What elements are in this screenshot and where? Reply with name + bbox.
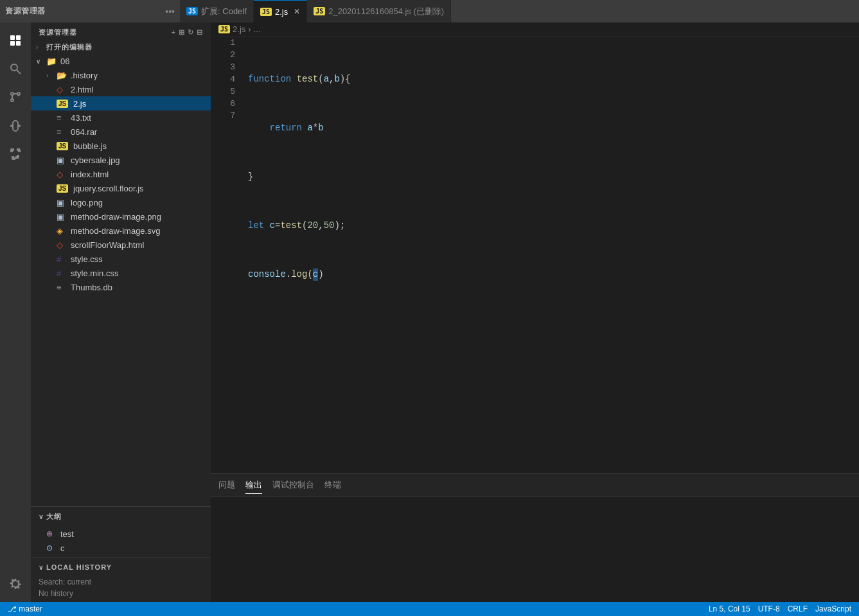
stylecss-icon: #: [57, 254, 68, 264]
kw-let: let: [248, 220, 264, 232]
file-cybersale[interactable]: ▣ cybersale.jpg: [31, 153, 211, 167]
file-43txt[interactable]: ≡ 43.txt: [31, 110, 211, 125]
file-history[interactable]: › 📂 .history: [31, 68, 211, 82]
new-folder-icon[interactable]: ⊞: [179, 28, 185, 37]
file-methodpng[interactable]: ▣ method-draw-image.png: [31, 209, 211, 224]
svg-rect-1: [16, 35, 21, 40]
indexhtml-label: index.html: [71, 170, 211, 179]
open-editors-label: 打开的编辑器: [46, 42, 93, 52]
var-a: a: [307, 122, 312, 134]
explorer-header[interactable]: 资源管理器 + ⊞ ↻ ⊟: [31, 22, 211, 40]
line-num-5: 5: [211, 85, 235, 98]
fn-test2: test: [280, 220, 302, 232]
tab-ext-codef[interactable]: JS 扩展: Codelf: [180, 0, 254, 22]
local-history-header[interactable]: ∨ LOCAL HISTORY: [31, 558, 211, 574]
activity-search[interactable]: [3, 56, 28, 82]
code-content[interactable]: function test ( a , b ){ return a *: [243, 37, 859, 473]
outline-test-label: test: [60, 529, 211, 539]
file-jqueryjs[interactable]: JS jquery.scroll.floor.js: [31, 181, 211, 195]
local-history-content: Search: current No history: [31, 574, 211, 602]
file-tree: ∨ 📁 06 › 📂 .history ◇ 2.html: [31, 54, 211, 506]
file-2js[interactable]: JS 2.js: [31, 96, 211, 110]
file-stylecss[interactable]: # style.css: [31, 252, 211, 266]
file-methodsvg[interactable]: ◈ method-draw-image.svg: [31, 224, 211, 238]
stylecss-label: style.css: [71, 254, 211, 264]
history-icon: 📂: [57, 71, 68, 80]
more-icon[interactable]: •••: [165, 6, 175, 17]
stylemincss-label: style.min.css: [71, 268, 211, 278]
language-mode[interactable]: JavaScript: [815, 604, 851, 613]
tab-2js-deleted[interactable]: JS 2_20201126160854.js (已删除): [307, 0, 451, 22]
encoding[interactable]: UTF-8: [758, 604, 780, 613]
line-num-4: 4: [211, 73, 235, 85]
git-branch[interactable]: ⎇ master: [8, 604, 42, 613]
indexhtml-icon: ◇: [57, 170, 68, 179]
outline-test-icon: ⊛: [46, 529, 58, 538]
panel-tab-debug[interactable]: 调试控制台: [272, 477, 314, 494]
panel-tab-output[interactable]: 输出: [245, 477, 262, 494]
file-indexhtml[interactable]: ◇ index.html: [31, 167, 211, 181]
jqueryjs-label: jquery.scroll.floor.js: [73, 184, 211, 193]
code-editor[interactable]: 1 2 3 4 5 6 7 function test ( a , b ){: [211, 37, 859, 473]
open-editors-header[interactable]: › 打开的编辑器: [31, 40, 211, 54]
line-num-2: 2: [211, 49, 235, 61]
refresh-icon[interactable]: ↻: [188, 28, 194, 37]
outline-label: 大纲: [46, 512, 62, 522]
line-num-3: 3: [211, 61, 235, 73]
outline-header[interactable]: ∨ 大纲: [31, 507, 211, 524]
file-scrollhtml[interactable]: ◇ scrollFloorWap.html: [31, 238, 211, 252]
thumbsdb-label: Thumbs.db: [71, 283, 211, 292]
folder-06[interactable]: ∨ 📁 06: [31, 54, 211, 68]
file-logopng[interactable]: ▣ logo.png: [31, 195, 211, 209]
activity-extensions[interactable]: [3, 141, 28, 166]
activity-explorer[interactable]: [3, 28, 28, 53]
outline-c[interactable]: ⊙ c: [31, 541, 211, 555]
collapse-all-icon[interactable]: ⊟: [197, 28, 203, 37]
file-bubblejs[interactable]: JS bubble.js: [31, 139, 211, 153]
activity-git[interactable]: [3, 84, 28, 110]
panel-tab-terminal[interactable]: 终端: [324, 477, 341, 494]
line-ending[interactable]: CRLF: [788, 604, 808, 613]
tab-label-ext-codef: 扩展: Codelf: [201, 6, 247, 17]
outline-content: ⊛ test ⊙ c: [31, 524, 211, 558]
activity-debug[interactable]: [3, 112, 28, 138]
tab-icon-deleted: JS: [314, 7, 325, 15]
file-stylemincss[interactable]: # style.min.css: [31, 266, 211, 280]
code-line-2: return a * b: [248, 122, 859, 134]
2js-label: 2.js: [73, 99, 211, 109]
bubblejs-label: bubble.js: [73, 141, 211, 151]
file-064rar[interactable]: ≡ 064.rar: [31, 125, 211, 139]
activity-settings[interactable]: [3, 571, 28, 597]
jqueryjs-icon: JS: [57, 184, 68, 193]
cybersale-label: cybersale.jpg: [71, 155, 211, 165]
var-b: b: [318, 122, 323, 134]
selected-c: c: [313, 268, 318, 281]
tab-2js[interactable]: JS 2.js ✕: [254, 0, 307, 22]
title-bar: 资源管理器 ••• JS 扩展: Codelf JS 2.js ✕ JS 2_2…: [0, 0, 859, 22]
panel-tab-problems[interactable]: 问题: [218, 477, 235, 494]
outline-test[interactable]: ⊛ test: [31, 527, 211, 541]
tab-close-2js[interactable]: ✕: [294, 7, 300, 16]
stylemincss-icon: #: [57, 268, 68, 278]
file-2html[interactable]: ◇ 2.html: [31, 82, 211, 96]
tab-icon-2js: JS: [260, 8, 272, 16]
panel-area: 问题 输出 调试控制台 终端: [211, 473, 859, 602]
methodpng-icon: ▣: [57, 212, 68, 222]
no-history: No history: [39, 588, 203, 599]
fn-log: log: [291, 268, 307, 281]
sidebar: 资源管理器 + ⊞ ↻ ⊟ › 打开的编辑器 ∨ 📁 06: [31, 22, 211, 602]
file-thumbsdb[interactable]: ≡ Thumbs.db: [31, 280, 211, 294]
status-right: Ln 5, Col 15 UTF-8 CRLF JavaScript: [709, 604, 851, 613]
explorer-header-icons: + ⊞ ↻ ⊟: [172, 28, 203, 37]
history-arrow: ›: [46, 72, 57, 79]
console-obj: console: [248, 268, 286, 281]
new-file-icon[interactable]: +: [172, 28, 176, 37]
code-line-7: [248, 366, 859, 378]
line-num-1: 1: [211, 37, 235, 49]
methodsvg-label: method-draw-image.svg: [71, 226, 211, 236]
param-a: a: [324, 73, 329, 85]
code-line-6: [248, 317, 859, 330]
kw-function: function: [248, 73, 291, 85]
thumbsdb-icon: ≡: [57, 283, 68, 292]
breadcrumb-sep: ›: [248, 24, 251, 34]
